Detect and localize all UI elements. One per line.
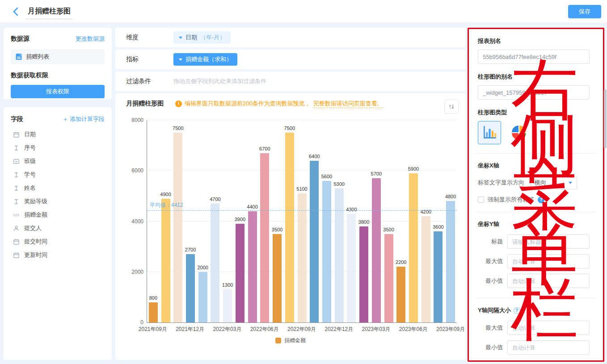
bar-value-label: 3500 bbox=[272, 227, 282, 232]
bar[interactable] bbox=[422, 216, 430, 322]
force-labels-checkbox[interactable] bbox=[478, 197, 484, 203]
text-icon bbox=[13, 184, 20, 192]
save-button[interactable]: 保存 bbox=[568, 5, 601, 18]
warning-icon: ! bbox=[175, 100, 182, 107]
yaxis-max-input[interactable] bbox=[507, 254, 590, 268]
sort-button[interactable] bbox=[444, 100, 459, 114]
x-axis-tick-label: 2022年06月 bbox=[250, 326, 279, 333]
field-item[interactable]: 日期 bbox=[11, 128, 105, 141]
bar[interactable] bbox=[384, 234, 393, 322]
dimension-tag[interactable]: 日期（年-月） bbox=[173, 31, 231, 44]
bar[interactable] bbox=[396, 267, 405, 322]
field-item[interactable]: 班级 bbox=[11, 155, 105, 168]
x-axis-labels: 2021年09月2021年12月2022年03月2022年06月2022年09月… bbox=[147, 326, 457, 333]
chart-legend[interactable]: 捐赠金额 bbox=[115, 337, 466, 344]
bar[interactable] bbox=[372, 178, 381, 322]
bar[interactable] bbox=[236, 224, 244, 322]
calendar-icon bbox=[13, 251, 20, 259]
back-button[interactable] bbox=[11, 6, 21, 17]
yaxis-min-input[interactable] bbox=[507, 274, 590, 288]
y-axis-tick-label: 6000 bbox=[125, 167, 143, 174]
bar[interactable] bbox=[285, 133, 294, 322]
field-item[interactable]: 更新时间 bbox=[11, 248, 105, 262]
x-axis-tick-label: 2022年12月 bbox=[325, 326, 353, 333]
dimension-suffix: （年-月） bbox=[200, 33, 225, 42]
bar-value-label: 3600 bbox=[433, 224, 443, 230]
report-alias-input[interactable] bbox=[478, 50, 590, 64]
section-divider bbox=[476, 298, 596, 298]
field-label: 提交人 bbox=[24, 224, 42, 232]
bar[interactable] bbox=[298, 193, 307, 322]
field-item[interactable]: 姓名 bbox=[11, 181, 105, 195]
datasource-item-label: 捐赠列表 bbox=[26, 53, 49, 61]
yinterval-min-row: 最小值 bbox=[478, 340, 594, 355]
bar[interactable] bbox=[347, 214, 356, 322]
bar-chart-type-option[interactable] bbox=[478, 121, 501, 144]
text-icon bbox=[13, 198, 20, 205]
filter-row[interactable]: 过滤条件 拖动左侧字段到此处来添加过滤条件 bbox=[115, 71, 466, 91]
bar[interactable] bbox=[446, 201, 455, 322]
bar[interactable] bbox=[186, 254, 195, 322]
chart-header: 月捐赠柱形图 ! 编辑界面只取数据源前200条作为查询数据预览，完整数据请访问页… bbox=[115, 93, 466, 114]
bar[interactable] bbox=[273, 234, 282, 322]
legend-label: 捐赠金额 bbox=[284, 337, 306, 344]
field-item[interactable]: 123捐赠金额 bbox=[11, 208, 105, 222]
bar[interactable] bbox=[359, 226, 368, 322]
field-item[interactable]: 提交人 bbox=[11, 222, 105, 235]
report-alias-label: 报表别名 bbox=[478, 37, 594, 45]
bar[interactable] bbox=[248, 211, 257, 322]
y-axis-tick-label: 8000 bbox=[125, 117, 143, 123]
help-icon[interactable]: ? bbox=[514, 307, 520, 314]
bar-value-label: 7500 bbox=[284, 126, 295, 131]
bar[interactable] bbox=[223, 289, 232, 322]
gridline bbox=[147, 120, 457, 120]
datasource-item[interactable]: 捐赠列表 bbox=[11, 49, 105, 64]
pie-chart-type-option[interactable] bbox=[507, 121, 531, 144]
caret-down-icon bbox=[179, 37, 182, 39]
help-icon[interactable]: ? bbox=[538, 197, 544, 203]
change-datasource-link[interactable]: 更改数据源 bbox=[76, 35, 105, 43]
field-item[interactable]: 学号 bbox=[11, 168, 105, 181]
field-label: 捐赠金额 bbox=[24, 211, 47, 219]
label-direction-row: 标签文字显示方向 横向 bbox=[478, 176, 594, 189]
yinterval-min-input[interactable] bbox=[507, 340, 590, 355]
yaxis-title-input[interactable] bbox=[507, 234, 590, 249]
field-item[interactable]: 序号 bbox=[11, 141, 105, 155]
bar[interactable] bbox=[322, 181, 331, 322]
widget-alias-label: 柱形图的别名 bbox=[478, 73, 594, 81]
force-labels-label: 强制显示所有标签 bbox=[488, 196, 534, 204]
bar[interactable] bbox=[161, 199, 170, 322]
bar[interactable] bbox=[198, 272, 207, 322]
bar[interactable] bbox=[434, 231, 443, 322]
notice-link[interactable]: 完整数据请访问页面查看。 bbox=[313, 100, 383, 108]
x-axis-tick-label: 2023年09月 bbox=[436, 326, 465, 333]
bar-value-label: 7500 bbox=[173, 126, 183, 131]
bar[interactable] bbox=[335, 188, 344, 322]
yinterval-max-input[interactable] bbox=[507, 321, 590, 335]
label-direction-select[interactable]: 横向 bbox=[531, 176, 577, 189]
bar[interactable] bbox=[173, 133, 182, 322]
bar[interactable] bbox=[310, 161, 319, 322]
report-permission-button[interactable]: 报表权限 bbox=[11, 85, 105, 98]
text-icon bbox=[13, 144, 20, 151]
caret-down-icon bbox=[563, 176, 577, 189]
app-window: 月捐赠柱形图 保存 数据源 更改数据源 捐赠列表 数据获取权限 报表权限 字段 … bbox=[0, 0, 607, 364]
bar[interactable] bbox=[149, 302, 158, 322]
x-axis-tick-label: 2023年03月 bbox=[362, 326, 391, 333]
field-label: 姓名 bbox=[24, 184, 36, 192]
widget-alias-input[interactable] bbox=[478, 85, 590, 100]
bar[interactable] bbox=[211, 204, 219, 322]
label-direction-label: 标签文字显示方向 bbox=[478, 179, 531, 187]
bar[interactable] bbox=[409, 173, 418, 322]
field-item[interactable]: 奖励等级 bbox=[11, 195, 105, 208]
sort-arrows-icon bbox=[448, 103, 455, 110]
bar-value-label: 800 bbox=[149, 295, 157, 301]
bar-value-label: 3800 bbox=[358, 219, 369, 225]
bar[interactable] bbox=[260, 153, 269, 322]
scrollbar-thumb[interactable] bbox=[604, 89, 607, 148]
field-item[interactable]: 提交时间 bbox=[11, 235, 105, 248]
bar-value-label: 5300 bbox=[333, 181, 344, 187]
filter-label: 过滤条件 bbox=[126, 77, 173, 85]
metric-tag[interactable]: 捐赠金额（求和） bbox=[173, 53, 237, 66]
add-calc-field-link[interactable]: ＋ 添加计算字段 bbox=[62, 115, 105, 123]
